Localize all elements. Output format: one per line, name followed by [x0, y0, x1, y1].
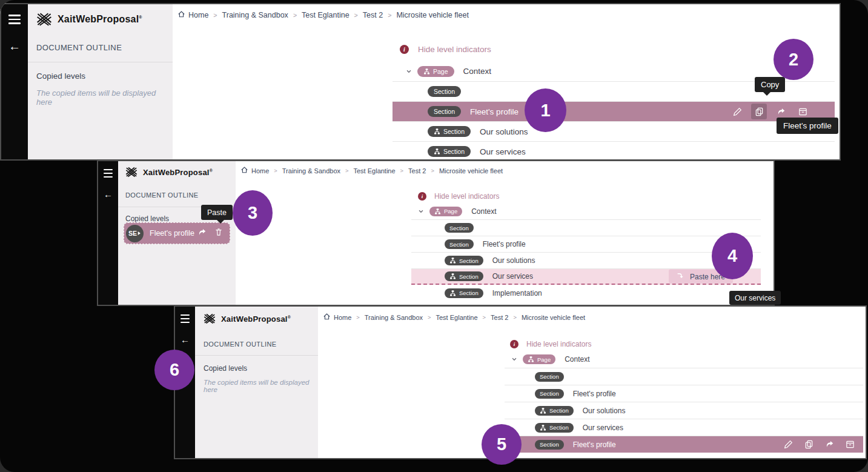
outline-row-label: Fleet's profile	[470, 107, 518, 116]
breadcrumb-home[interactable]: Home	[240, 166, 269, 175]
outline-row-label: Our services	[492, 272, 533, 281]
step-badge-6: 6	[154, 350, 194, 390]
breadcrumb: Home>Training & Sandbox>Test Eglantine>T…	[236, 161, 774, 175]
panel-divider	[195, 355, 318, 356]
outline-row-section[interactable]: SectionOur servicesPaste here	[411, 268, 761, 285]
breadcrumb-item[interactable]: Test Eglantine	[354, 167, 396, 175]
outline-panel: XaitWebProposal® DOCUMENT OUTLINE Copied…	[118, 161, 236, 305]
copy-tooltip: Copy	[755, 77, 785, 92]
outline-row-section[interactable]: SectionFleet's profile	[411, 236, 761, 252]
hierarchy-icon	[540, 408, 546, 414]
outline-row-label: Context	[463, 67, 492, 76]
outline-row-section[interactable]: SectionFleet's profile	[505, 385, 863, 402]
edit-icon[interactable]	[729, 104, 745, 119]
breadcrumb-home[interactable]: Home	[323, 313, 351, 322]
breadcrumb-item[interactable]: Training & Sandbox	[365, 314, 423, 321]
section-badge: Section	[428, 86, 461, 97]
breadcrumb-separator: >	[356, 314, 359, 321]
step-badge-1: 1	[525, 88, 566, 132]
nav-rail: ←	[1, 4, 28, 159]
brand-name: XaitWebProposal®	[58, 14, 142, 25]
outline-row-label: Context	[471, 207, 496, 216]
chevron-down-icon[interactable]	[406, 68, 412, 75]
breadcrumb-item[interactable]: Test 2	[491, 314, 508, 321]
breadcrumb-home[interactable]: Home	[177, 10, 208, 20]
document-outline-tree: PageContextSectionSectionFleet's profile…	[393, 61, 835, 159]
hide-level-indicators-link[interactable]: Hide level indicators	[526, 340, 591, 348]
share-icon[interactable]	[197, 228, 207, 239]
breadcrumb-item[interactable]: Test 2	[363, 11, 383, 19]
info-icon[interactable]: i	[510, 340, 518, 348]
outline-row-section[interactable]: SectionFleet's profile	[393, 101, 835, 121]
outline-row-section[interactable]: SectionOur services	[393, 141, 835, 159]
hide-indicators-row: i Hide level indicators	[418, 192, 774, 201]
outline-row-section[interactable]: SectionOur services	[505, 419, 863, 436]
breadcrumb-item[interactable]: Microsite vehicle fleet	[396, 11, 469, 19]
outline-row-section[interactable]: SectionOur solutions	[505, 402, 863, 419]
breadcrumb-separator: >	[483, 314, 486, 321]
chevron-down-icon[interactable]	[418, 208, 424, 214]
outline-row-page[interactable]: PageContext	[411, 203, 761, 219]
back-arrow-icon[interactable]: ←	[181, 335, 190, 344]
section-badge: Section	[445, 223, 474, 233]
outline-row-section[interactable]: Section	[505, 368, 863, 385]
breadcrumb-item[interactable]: Training & Sandbox	[282, 167, 340, 175]
breadcrumb-item[interactable]: Test 2	[408, 167, 426, 175]
outline-row-label: Fleet's profile	[483, 240, 526, 248]
chevron-down-icon[interactable]	[511, 356, 517, 362]
section-badge: Section	[428, 126, 471, 137]
brand-name: XaitWebProposal®	[221, 314, 291, 324]
menu-icon[interactable]	[8, 15, 21, 24]
trash-icon[interactable]	[214, 228, 223, 239]
breadcrumb-separator: >	[345, 168, 348, 174]
breadcrumb-separator: >	[431, 168, 434, 174]
hierarchy-icon	[423, 68, 430, 75]
breadcrumb-item[interactable]: Test Eglantine	[436, 314, 478, 321]
breadcrumb: Home>Training & Sandbox>Test Eglantine>T…	[173, 4, 840, 20]
share-icon[interactable]	[822, 437, 837, 452]
breadcrumb-item[interactable]: Microsite vehicle fleet	[522, 314, 585, 321]
breadcrumb-item[interactable]: Microsite vehicle fleet	[439, 167, 503, 175]
home-icon	[240, 166, 248, 175]
outline-row-page[interactable]: PageContext	[505, 351, 863, 368]
hierarchy-icon	[449, 273, 456, 279]
breadcrumb-item[interactable]: Training & Sandbox	[222, 11, 288, 19]
section-badge: Section	[535, 406, 574, 416]
outline-row-label: Fleet's profile	[573, 440, 616, 449]
outline-row-label: Our solutions	[583, 407, 626, 415]
caret-right-icon	[137, 230, 141, 237]
hide-level-indicators-link[interactable]: Hide level indicators	[434, 192, 499, 201]
copied-item[interactable]: SE Fleet's profile	[124, 222, 230, 244]
section-level-badge: SE	[126, 225, 144, 242]
main-area: Home>Training & Sandbox>Test Eglantine>T…	[173, 4, 840, 159]
hierarchy-icon	[449, 290, 456, 296]
archive-icon[interactable]	[843, 437, 857, 452]
copy-icon[interactable]	[751, 104, 767, 119]
outline-row-section[interactable]: SectionFleet's profile	[505, 436, 863, 453]
back-arrow-icon[interactable]: ←	[104, 190, 113, 199]
hide-level-indicators-link[interactable]: Hide level indicators	[418, 45, 491, 54]
outline-row-section[interactable]: SectionOur solutions	[393, 121, 835, 141]
outline-row-section[interactable]: SectionImplementation	[411, 285, 761, 301]
info-icon[interactable]: i	[418, 192, 426, 201]
outline-row-section[interactable]: SectionOur solutions	[411, 252, 761, 268]
outline-row-section[interactable]: Section	[411, 219, 761, 236]
main-area: Home>Training & Sandbox>Test Eglantine>T…	[318, 307, 866, 458]
copy-icon[interactable]	[801, 437, 816, 452]
menu-icon[interactable]	[181, 314, 190, 323]
panel-title: DOCUMENT OUTLINE	[36, 43, 164, 52]
info-icon[interactable]: i	[400, 45, 409, 54]
outline-panel: XaitWebProposal® DOCUMENT OUTLINE Copied…	[195, 307, 318, 458]
breadcrumb-separator: >	[513, 314, 516, 321]
menu-icon[interactable]	[104, 169, 113, 178]
xait-logo-icon	[125, 167, 137, 178]
breadcrumb-separator: >	[274, 168, 277, 174]
edit-icon[interactable]	[781, 437, 795, 452]
section-badge: Section	[445, 271, 483, 281]
fleets-profile-tooltip: Fleet's profile	[777, 118, 838, 134]
breadcrumb-item[interactable]: Test Eglantine	[302, 11, 350, 19]
xait-logo-icon	[36, 12, 52, 27]
outline-panel: XaitWebProposal® DOCUMENT OUTLINE Copied…	[28, 4, 173, 159]
back-arrow-icon[interactable]: ←	[8, 40, 21, 52]
outline-row-label: Context	[565, 355, 589, 364]
